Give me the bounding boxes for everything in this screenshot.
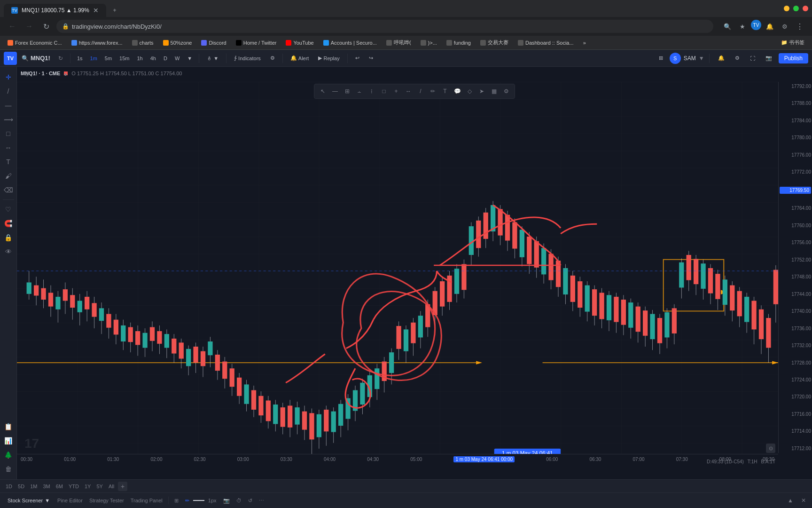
bookmark-zone[interactable]: 50%zone <box>159 38 196 48</box>
draw-arrows[interactable]: ↔ <box>403 86 414 97</box>
star-ext[interactable]: ★ <box>736 20 749 33</box>
pine-editor-tab[interactable]: Pine Editor <box>55 497 86 504</box>
object-tree-btn[interactable]: 🌲 <box>2 448 15 461</box>
bookmark-forex2[interactable]: https://www.forex... <box>68 38 126 48</box>
bookmark-dashboard[interactable]: Dashboard :: Socia... <box>514 38 578 48</box>
draw-brush[interactable]: ✏ <box>427 86 438 97</box>
redo-btn[interactable]: ↪ <box>365 54 377 63</box>
tab-all[interactable]: All <box>107 484 116 489</box>
ext3[interactable]: ⚙ <box>778 20 791 33</box>
draw-channel[interactable]: ⫶ <box>366 86 377 97</box>
undo-btn[interactable]: ↩ <box>351 54 363 63</box>
recycle-btn-bottom[interactable]: ↺ <box>245 497 255 505</box>
draw-callout[interactable]: 💬 <box>452 86 463 97</box>
tab-5d[interactable]: 5D <box>16 484 26 489</box>
draw-tool-btn[interactable]: ✏ <box>182 497 192 505</box>
brush-tool[interactable]: 🖌 <box>2 169 15 183</box>
ext1[interactable]: TV <box>751 20 761 30</box>
strategy-tester-tab[interactable]: Strategy Tester <box>86 497 127 504</box>
favorites-tool[interactable]: ♡ <box>2 203 15 216</box>
trend-line-tool[interactable]: / <box>2 85 15 98</box>
bookmark-accounts[interactable]: Accounts | Securo... <box>320 38 381 48</box>
collapse-btn[interactable]: ▲ <box>786 496 795 505</box>
search-ext[interactable]: 🔍 <box>721 20 734 33</box>
bookmarks-manager[interactable]: 📁 书书签 <box>777 38 808 48</box>
bookmark-youtube[interactable]: YouTube <box>282 38 317 48</box>
active-tab[interactable]: TV MNQ1! 18000.75 ▲ 1.99% ✕ <box>4 4 106 17</box>
interval-4h[interactable]: 4h <box>148 55 159 62</box>
tab-1m[interactable]: 1M <box>28 484 39 489</box>
line-color-picker[interactable] <box>193 500 204 501</box>
draw-crosshair[interactable]: ⊞ <box>342 86 353 97</box>
notifications-btn[interactable]: 🔔 <box>714 54 728 63</box>
settings-btn[interactable]: ⚙ <box>731 54 743 63</box>
draw-cursor[interactable]: ↖ <box>317 86 328 97</box>
shapes-tool[interactable]: □ <box>2 127 15 140</box>
back-btn[interactable]: ← <box>6 20 19 33</box>
templates-btn[interactable]: 📋 <box>2 420 15 433</box>
bookmark-cn1[interactable]: 呼吼哗( <box>383 38 415 48</box>
interval-1m[interactable]: 1m <box>87 55 100 62</box>
maximize-btn[interactable] <box>793 6 799 11</box>
new-tab-btn[interactable]: + <box>108 4 121 17</box>
draw-table[interactable]: ▦ <box>488 86 500 97</box>
draw-rect[interactable]: □ <box>378 86 390 97</box>
close-btn[interactable] <box>803 6 808 11</box>
screener-dropdown[interactable]: Stock Screener ▼ <box>4 497 54 504</box>
snapshot-btn[interactable]: 📷 <box>762 54 776 63</box>
chart-type-btn[interactable]: 🕯 ▼ <box>203 54 222 63</box>
bookmark-discord[interactable]: Discord <box>197 38 230 48</box>
draw-diamond[interactable]: ◇ <box>464 86 475 97</box>
fib-tool[interactable]: ⟿ <box>2 113 15 126</box>
draw-fib[interactable]: ⫠ <box>354 86 365 97</box>
grid-btn[interactable]: ⊞ <box>172 497 181 505</box>
go-to-live-btn[interactable]: ⊙ <box>766 444 775 453</box>
forward-btn[interactable]: → <box>23 20 36 33</box>
draw-pencil[interactable]: / <box>415 86 426 97</box>
interval-1d[interactable]: D <box>161 55 170 62</box>
indicators-btn[interactable]: ∱ Indicators <box>230 54 265 63</box>
text-tool[interactable]: T <box>2 155 15 168</box>
snapshot-btn-bottom[interactable]: 📷 <box>220 497 233 505</box>
line-thickness[interactable]: 1px <box>205 497 219 504</box>
draw-settings[interactable]: ⚙ <box>500 86 512 97</box>
bookmark-charts[interactable]: charts <box>128 38 157 48</box>
bookmark-twitter[interactable]: Home / Twitter <box>232 38 281 48</box>
user-btn[interactable]: S <box>670 53 681 64</box>
fullscreen-btn[interactable]: ⛶ <box>746 54 759 63</box>
tab-5y[interactable]: 5Y <box>94 484 104 489</box>
interval-1s[interactable]: 1s <box>74 55 86 62</box>
bookmark-forex[interactable]: Forex Economic C... <box>4 38 66 48</box>
measure-tool[interactable]: ↔ <box>2 141 15 154</box>
minimize-btn[interactable] <box>784 6 789 11</box>
reload-btn[interactable]: ↻ <box>39 20 53 33</box>
tab-close-icon[interactable]: ✕ <box>93 7 99 14</box>
close-panel-btn[interactable]: ✕ <box>799 496 808 505</box>
interval-5m[interactable]: 5m <box>102 55 115 62</box>
auto-save-btn[interactable]: ↻ <box>55 53 66 64</box>
draw-text[interactable]: T <box>439 86 451 97</box>
draw-line[interactable]: — <box>329 86 341 97</box>
interval-15m[interactable]: 15m <box>117 55 132 62</box>
ext2[interactable]: 🔔 <box>763 20 776 33</box>
replay-btn[interactable]: ▶ Replay <box>314 54 343 63</box>
lock-tool[interactable]: 🔒 <box>2 231 15 244</box>
recycle-btn[interactable]: 🗑 <box>2 462 15 476</box>
publish-btn[interactable]: Publish <box>779 53 808 64</box>
address-bar[interactable]: 🔒 tradingview.com/chart/NbDyzKi0/ <box>56 20 713 33</box>
tab-1d[interactable]: 1D <box>4 484 14 489</box>
bookmark-cn2[interactable]: )>... <box>417 38 441 48</box>
strategy-btn[interactable]: ⚙ <box>266 54 279 63</box>
interval-1h[interactable]: 1h <box>134 55 145 62</box>
tab-6m[interactable]: 6M <box>54 484 65 489</box>
timer-btn[interactable]: ⏱ <box>234 497 244 504</box>
eraser-tool[interactable]: ⌫ <box>2 183 15 197</box>
tab-3m[interactable]: 3M <box>41 484 52 489</box>
layout-btn[interactable]: ⊞ <box>655 54 667 63</box>
bookmark-race[interactable]: 交易大赛 <box>476 38 512 48</box>
add-chart-btn[interactable]: + <box>118 482 127 491</box>
hide-tool[interactable]: 👁 <box>2 245 15 258</box>
symbol-search[interactable]: 🔍 MNQ1! <box>19 54 53 63</box>
alert-btn[interactable]: 🔔 Alert <box>287 54 313 63</box>
trading-panel-tab[interactable]: Trading Panel <box>128 497 165 504</box>
